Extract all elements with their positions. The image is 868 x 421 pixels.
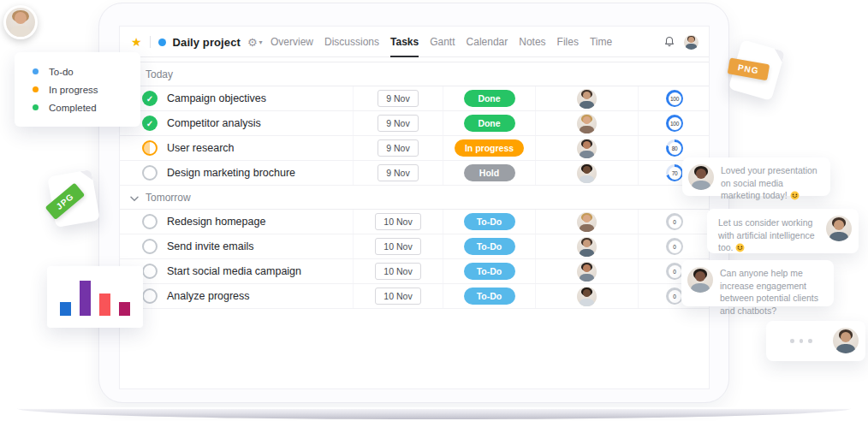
start-date-cell: 10 Nov: [353, 259, 443, 283]
start-date-cell: 9 Nov: [353, 136, 443, 160]
start-date-chip[interactable]: 10 Nov: [375, 263, 420, 280]
stage-pill[interactable]: To-Do: [464, 288, 515, 305]
stage-pill[interactable]: Hold: [464, 164, 515, 181]
task-row[interactable]: Start social media campaign10 NovTo-Do0: [120, 259, 709, 284]
progress-cell: 100: [638, 86, 710, 110]
assignee-avatar[interactable]: [577, 262, 597, 282]
progress-badge[interactable]: 100: [666, 115, 683, 132]
stage-pill[interactable]: In progress: [455, 139, 524, 157]
start-date-cell: 10 Nov: [353, 210, 443, 234]
assignee-avatar[interactable]: [577, 163, 597, 183]
assignee-avatar[interactable]: [577, 287, 597, 306]
legend-item-to-do: To-do: [15, 62, 140, 80]
user-avatar[interactable]: [684, 35, 699, 50]
folded-corner: [771, 49, 785, 62]
task-title-cell: ✓Competitor analysis: [120, 111, 353, 135]
assignees-cell: [535, 86, 638, 110]
start-date-chip[interactable]: 9 Nov: [378, 115, 418, 132]
task-row[interactable]: Redesign homepage10 NovTo-Do0: [120, 210, 709, 234]
chat-bubble[interactable]: Let us consider working with artificial …: [707, 209, 859, 253]
tab-tasks[interactable]: Tasks: [390, 27, 419, 57]
status-legend-card: To-doIn progressCompleted: [15, 52, 140, 127]
chat-bubble[interactable]: Loved your presentation on social media …: [682, 157, 830, 196]
legend-label: Completed: [49, 103, 97, 113]
legend-item-completed: Completed: [15, 98, 140, 116]
chat-message-text: Can anyone help me increase engagement b…: [720, 267, 826, 317]
progress-badge[interactable]: 100: [666, 90, 683, 107]
top-nav: ★ Daily project ⚙ ▾ OverviewDiscussionsT…: [120, 27, 709, 57]
task-row[interactable]: Design marketing brochure9 NovHold70: [120, 161, 709, 186]
legend-dot: [33, 86, 39, 92]
task-status-icon[interactable]: [142, 165, 158, 181]
stage-pill[interactable]: Done: [464, 115, 515, 132]
task-status-icon[interactable]: [142, 239, 158, 254]
tab-overview[interactable]: Overview: [271, 27, 313, 57]
table-body: Today✓Campaign objectives9 NovDone100✓Co…: [120, 62, 709, 309]
start-date-chip[interactable]: 9 Nov: [378, 90, 418, 107]
app-screen: ★ Daily project ⚙ ▾ OverviewDiscussionsT…: [119, 26, 710, 389]
task-row[interactable]: ✓Campaign objectives9 NovDone100: [120, 86, 709, 111]
assignee-avatar[interactable]: [577, 139, 597, 158]
progress-badge[interactable]: 80: [666, 139, 683, 157]
stage-pill[interactable]: To-Do: [464, 213, 515, 230]
task-status-icon[interactable]: [142, 214, 158, 229]
legend-item-in-progress: In progress: [15, 80, 140, 98]
stage-cell: To-Do: [443, 284, 535, 308]
gear-icon[interactable]: ⚙: [247, 36, 258, 49]
group-header-tomorrow[interactable]: Tomorrow: [120, 186, 709, 210]
assignees-cell: [535, 234, 638, 258]
chart-bar: [99, 294, 110, 316]
task-row[interactable]: Send invite emails10 NovTo-Do0: [120, 234, 709, 259]
task-status-icon[interactable]: [142, 288, 158, 304]
bell-icon[interactable]: [663, 34, 675, 50]
progress-value: 0: [669, 216, 681, 228]
stage-pill[interactable]: To-Do: [464, 263, 515, 280]
task-status-icon[interactable]: [142, 264, 158, 279]
chevron-down-icon[interactable]: [130, 190, 139, 205]
nav-tabs: OverviewDiscussionsTasksGanttCalendarNot…: [271, 27, 612, 57]
start-date-chip[interactable]: 9 Nov: [378, 164, 418, 181]
task-row[interactable]: User research9 NovIn progress80: [120, 136, 709, 161]
task-row[interactable]: ✓Competitor analysis9 NovDone100: [120, 111, 709, 136]
png-file-badge: PNG: [728, 39, 786, 101]
chat-bubble[interactable]: Can anyone help me increase engagement b…: [681, 260, 834, 306]
progress-badge[interactable]: 70: [666, 164, 683, 181]
group-header-today[interactable]: Today: [120, 62, 709, 86]
stage-cell: To-Do: [443, 259, 535, 283]
start-date-cell: 9 Nov: [353, 111, 443, 135]
chart-bar: [80, 281, 91, 316]
stage-cell: To-Do: [443, 210, 535, 234]
tab-discussions[interactable]: Discussions: [324, 27, 379, 57]
tab-time[interactable]: Time: [590, 27, 612, 57]
progress-badge[interactable]: 0: [666, 238, 683, 255]
start-date-chip[interactable]: 10 Nov: [375, 213, 420, 230]
progress-badge[interactable]: 0: [666, 263, 683, 280]
progress-value: 0: [669, 290, 681, 303]
tab-files[interactable]: Files: [557, 27, 579, 57]
task-row[interactable]: Analyze progress10 NovTo-Do0: [120, 284, 709, 309]
bar-chart: [47, 281, 143, 316]
start-date-cell: 9 Nov: [353, 86, 443, 110]
task-title: Competitor analysis: [167, 117, 261, 129]
tab-calendar[interactable]: Calendar: [467, 27, 508, 57]
task-status-icon[interactable]: ✓: [142, 91, 158, 106]
task-status-icon[interactable]: [142, 140, 158, 156]
favorite-star-icon[interactable]: ★: [131, 36, 142, 48]
legend-label: To-do: [49, 67, 74, 77]
progress-badge[interactable]: 0: [666, 213, 683, 230]
assignee-avatar[interactable]: [577, 114, 597, 133]
start-date-chip[interactable]: 10 Nov: [375, 238, 420, 255]
assignee-avatar[interactable]: [577, 89, 597, 109]
progress-badge[interactable]: 0: [666, 288, 683, 305]
start-date-chip[interactable]: 10 Nov: [375, 288, 420, 305]
tab-gantt[interactable]: Gantt: [430, 27, 455, 57]
start-date-chip[interactable]: 9 Nov: [378, 139, 418, 157]
stage-pill[interactable]: To-Do: [464, 238, 515, 255]
project-title[interactable]: Daily project: [173, 36, 241, 49]
assignee-avatar[interactable]: [577, 237, 597, 257]
task-status-icon[interactable]: ✓: [142, 116, 158, 131]
tab-notes[interactable]: Notes: [519, 27, 545, 57]
chat-typing-bubble[interactable]: [766, 321, 865, 361]
stage-pill[interactable]: Done: [464, 90, 515, 107]
assignee-avatar[interactable]: [577, 212, 597, 232]
